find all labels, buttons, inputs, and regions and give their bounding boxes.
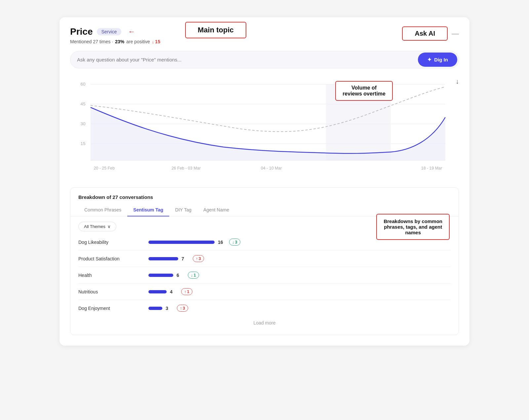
topic-title: Price bbox=[70, 26, 93, 37]
all-themes-button[interactable]: All Themes ∨ bbox=[78, 222, 116, 231]
tab-sentisum-tag[interactable]: Sentisum Tag bbox=[127, 204, 169, 216]
change-badge: ↑ 3 bbox=[193, 255, 204, 262]
mention-text: Mentioned 27 times · bbox=[70, 39, 113, 44]
ask-ai-input[interactable] bbox=[77, 57, 414, 62]
main-topic-annotation: Main topic bbox=[185, 22, 246, 38]
row-label: Dog Likeability bbox=[78, 240, 144, 245]
ask-ai-annotation: Ask AI bbox=[402, 26, 448, 41]
row-label: Health bbox=[78, 273, 144, 278]
dig-in-button[interactable]: ✦ Dig In bbox=[418, 53, 457, 67]
table-row: Product Satisfaction 7 ↑ 3 bbox=[78, 250, 451, 267]
svg-text:04 - 10 Mar: 04 - 10 Mar bbox=[261, 166, 282, 171]
arrow-down-icon: ↓ bbox=[232, 240, 234, 245]
negative-count: ↓ 15 bbox=[152, 39, 160, 44]
row-count: 6 bbox=[177, 273, 184, 278]
ask-ai-row[interactable]: ✦ Dig In bbox=[70, 51, 459, 68]
bar bbox=[148, 307, 162, 310]
bar bbox=[148, 241, 215, 244]
mention-row: Mentioned 27 times · 23% are positive ↓ … bbox=[70, 39, 160, 44]
spark-icon: ✦ bbox=[427, 57, 431, 63]
tab-diy-tag[interactable]: DIY Tag bbox=[169, 204, 197, 216]
header-right: Ask AI — bbox=[402, 26, 459, 41]
change-badge: ↑ 1 bbox=[181, 288, 192, 295]
svg-text:30: 30 bbox=[81, 121, 86, 126]
tab-common-phrases[interactable]: Common Phrases bbox=[78, 204, 127, 216]
change-badge: ↓ 3 bbox=[229, 239, 240, 246]
all-themes-label: All Themes bbox=[84, 224, 105, 229]
positive-percent: 23% bbox=[115, 39, 124, 44]
bar-area: 3 ↑ 3 bbox=[148, 305, 451, 312]
breakdown-annotation: Breakdowns by common phrases, tags, and … bbox=[376, 214, 450, 240]
table-row: Dog Enjoyment 3 ↑ 3 bbox=[78, 300, 451, 316]
chevron-down-icon: ∨ bbox=[107, 224, 111, 229]
positive-suffix: are positive bbox=[126, 39, 150, 44]
bar bbox=[148, 274, 173, 277]
bar-area: 6 ↓ 1 bbox=[148, 272, 451, 279]
svg-text:20 - 25 Feb: 20 - 25 Feb bbox=[94, 166, 115, 171]
change-badge: ↑ 3 bbox=[177, 305, 188, 312]
breakdown-title: Breakdown of 27 conversations bbox=[70, 188, 459, 204]
row-count: 3 bbox=[166, 306, 174, 311]
data-rows: Dog Likeability 16 ↓ 3 Product Satisfact… bbox=[70, 234, 459, 316]
minimize-button[interactable]: — bbox=[452, 30, 459, 37]
bar-area: 7 ↑ 3 bbox=[148, 255, 451, 262]
svg-text:60: 60 bbox=[81, 82, 86, 87]
svg-text:18 - 19 Mar: 18 - 19 Mar bbox=[421, 166, 442, 171]
row-count: 4 bbox=[170, 289, 178, 294]
title-row: Price Service ← bbox=[70, 26, 160, 37]
header-row: Price Service ← Mentioned 27 times · 23%… bbox=[70, 26, 459, 44]
breakdown-section: Breakdown of 27 conversations Common Phr… bbox=[70, 187, 459, 335]
service-badge: Service bbox=[97, 28, 122, 35]
table-row: Health 6 ↓ 1 bbox=[78, 267, 451, 284]
tab-agent-name[interactable]: Agent Name bbox=[197, 204, 235, 216]
header-left: Price Service ← Mentioned 27 times · 23%… bbox=[70, 26, 160, 44]
svg-text:26 Feb - 03 Mar: 26 Feb - 03 Mar bbox=[172, 166, 201, 171]
chart-svg: 60 45 30 15 20 - 25 Feb 26 Feb - 03 Mar bbox=[70, 78, 459, 177]
arrow-up-icon: ↑ bbox=[180, 306, 182, 311]
row-label: Product Satisfaction bbox=[78, 256, 144, 261]
bar bbox=[148, 257, 178, 260]
arrow-down-icon: ↓ bbox=[191, 273, 193, 278]
main-card: Price Service ← Mentioned 27 times · 23%… bbox=[60, 17, 469, 346]
svg-text:45: 45 bbox=[81, 101, 86, 106]
arrow-to-badge: ← bbox=[128, 27, 135, 36]
volume-annotation: Volume of reviews overtime bbox=[335, 81, 393, 101]
bar bbox=[148, 290, 167, 293]
table-row: Nutritious 4 ↑ 1 bbox=[78, 284, 451, 300]
arrow-up-icon: ↑ bbox=[184, 289, 186, 294]
down-arrow-icon: ↓ bbox=[152, 39, 154, 44]
row-count: 7 bbox=[182, 256, 189, 261]
chart-container: 60 45 30 15 20 - 25 Feb 26 Feb - 03 Mar bbox=[70, 78, 459, 177]
arrow-up-icon: ↑ bbox=[196, 256, 198, 261]
row-label: Nutritious bbox=[78, 289, 144, 294]
svg-text:15: 15 bbox=[81, 141, 86, 146]
bar-area: 4 ↑ 1 bbox=[148, 288, 451, 295]
row-count: 16 bbox=[218, 240, 226, 245]
row-label: Dog Enjoyment bbox=[78, 306, 144, 311]
load-more-button[interactable]: Load more bbox=[70, 316, 459, 329]
chart-section: ↓ Volume of reviews overtime 60 45 30 bbox=[70, 78, 459, 177]
change-badge: ↓ 1 bbox=[188, 272, 199, 279]
